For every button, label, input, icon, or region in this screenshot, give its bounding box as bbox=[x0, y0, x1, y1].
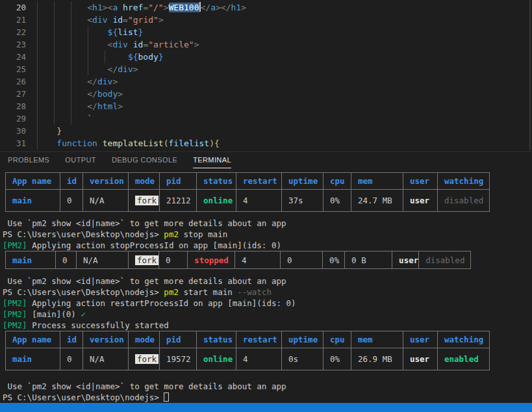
table-row: main0N/Afork0stopped400%0 Buserdisabled bbox=[6, 251, 471, 269]
indent-guide-icon bbox=[71, 88, 71, 100]
table-cell: online bbox=[197, 348, 236, 370]
indent-guide-icon bbox=[88, 26, 88, 38]
indent-guide-icon bbox=[37, 100, 38, 112]
editor-line: 29 ` bbox=[0, 112, 532, 125]
cell-value: 4 bbox=[242, 255, 247, 265]
cell-value: N/A bbox=[83, 255, 98, 265]
line-number: 28 bbox=[0, 100, 26, 112]
cell-value: 21212 bbox=[166, 196, 191, 205]
code-line: ` bbox=[36, 112, 532, 125]
terminal-line: PS C:\Users\user\Desktop\nodejs> bbox=[3, 392, 532, 403]
cell-value: 0 bbox=[67, 354, 72, 364]
table-header-cell: mode bbox=[129, 331, 160, 348]
table-header-cell: App name bbox=[6, 331, 60, 348]
cell-value: 0 bbox=[287, 255, 292, 265]
indent-guide-icon bbox=[54, 88, 55, 100]
table-cell: 4 bbox=[236, 190, 282, 212]
editor-line: 20 <h1><a href="/">WEB100</a></h1> bbox=[0, 1, 532, 14]
table-cell: 21212 bbox=[160, 190, 197, 212]
cell-value: 24.7 MB bbox=[358, 196, 392, 205]
table-cell: fork bbox=[129, 251, 159, 269]
table-cell: 4 bbox=[235, 251, 281, 269]
tab-problems[interactable]: PROBLEMS bbox=[8, 152, 49, 168]
indent-guide-icon bbox=[71, 38, 71, 51]
code-token: h1 bbox=[231, 3, 241, 12]
cell-value: 0 B bbox=[351, 255, 366, 265]
tab-output[interactable]: OUTPUT bbox=[65, 152, 96, 168]
line-number: 26 bbox=[0, 75, 26, 88]
indent-guide-icon bbox=[71, 26, 71, 38]
terminal-line: PS C:\Users\user\Desktop\nodejs> pm2 sta… bbox=[3, 287, 532, 298]
code-token: h1 bbox=[92, 3, 103, 12]
editor-region[interactable]: 20 <h1><a href="/">WEB100</a></h1>21 <di… bbox=[0, 0, 532, 151]
line-number: 30 bbox=[0, 125, 26, 137]
cell-value: 0% bbox=[330, 196, 340, 205]
editor-line: 27 </body> bbox=[0, 88, 532, 100]
terminal-text: Use `pm2 show <id|name>` to get more det… bbox=[3, 276, 286, 286]
code-token: html bbox=[97, 101, 118, 111]
line-number: 20 bbox=[0, 1, 26, 14]
indent-guide-icon bbox=[37, 75, 38, 88]
tab-debug-console[interactable]: DEBUG CONSOLE bbox=[112, 152, 177, 168]
table-cell: 0 bbox=[159, 251, 188, 269]
cell-value: N/A bbox=[90, 196, 105, 205]
table-cell: 19572 bbox=[160, 348, 197, 370]
terminal-text: [main](0) bbox=[27, 309, 81, 319]
cell-value: disabled bbox=[425, 255, 464, 265]
code-line: </div> bbox=[36, 63, 532, 75]
terminal-text: ✓ bbox=[81, 309, 86, 319]
cell-value: 26.9 MB bbox=[358, 354, 392, 364]
table-header-cell: mode bbox=[129, 173, 160, 190]
code-token: ) bbox=[209, 138, 214, 148]
cell-value: main bbox=[12, 255, 32, 265]
cell-value: 37s bbox=[288, 196, 303, 205]
terminal-text: Process successfully started bbox=[27, 320, 169, 330]
table-cell: disabled bbox=[438, 190, 490, 212]
tab-terminal[interactable]: TERMINAL bbox=[193, 152, 231, 168]
code-line: ${list} bbox=[36, 26, 532, 38]
vscode-window: 20 <h1><a href="/">WEB100</a></h1>21 <di… bbox=[0, 0, 532, 412]
code-token: </ bbox=[201, 3, 211, 12]
line-number: 24 bbox=[0, 51, 26, 63]
code-token: < bbox=[87, 3, 92, 12]
editor-scrollbar[interactable] bbox=[529, 0, 531, 150]
table-header-cell: mem bbox=[351, 331, 403, 348]
cell-value: 0 bbox=[62, 255, 68, 265]
indent-guide-icon bbox=[37, 137, 38, 149]
indent-guide-icon bbox=[54, 63, 55, 75]
table-cell: N/A bbox=[83, 190, 129, 212]
terminal-text: [PM2] bbox=[3, 309, 27, 319]
terminal-line: [PM2] [main](0) ✓ bbox=[3, 309, 532, 320]
terminal-text: [PM2] bbox=[3, 240, 27, 250]
cell-value: user bbox=[410, 354, 429, 364]
table-header-cell: status bbox=[197, 173, 236, 190]
line-number: 23 bbox=[0, 38, 26, 51]
table-cell: 37s bbox=[282, 190, 323, 212]
table-cell: main bbox=[6, 251, 56, 269]
code-token: } bbox=[57, 126, 62, 136]
code-token: </ bbox=[221, 3, 231, 12]
terminal-region[interactable]: App nameidversionmodepidstatusrestartupt… bbox=[0, 168, 532, 403]
code-token: "/" bbox=[148, 3, 163, 12]
code-line: <div id="grid"> bbox=[36, 14, 532, 26]
table-header-cell: cpu bbox=[323, 173, 351, 190]
code-token: "grid" bbox=[128, 15, 158, 25]
indent-guide-icon bbox=[37, 125, 38, 137]
line-number: 22 bbox=[0, 26, 26, 38]
table-row: main0N/Afork21212online437s0%24.7 MBuser… bbox=[6, 190, 490, 212]
indent-guide-icon bbox=[54, 38, 55, 51]
line-number: 21 bbox=[0, 14, 26, 26]
indent-guide-icon bbox=[37, 88, 38, 100]
table-cell: 24.7 MB bbox=[351, 190, 403, 212]
code-token: ${ bbox=[128, 52, 138, 62]
indent-guide-icon bbox=[54, 14, 55, 26]
cell-value: main bbox=[12, 354, 32, 364]
code-token: > bbox=[241, 3, 246, 12]
terminal-text: [PM2] bbox=[3, 298, 27, 308]
terminal-text: Use `pm2 show <id|name>` to get more det… bbox=[3, 381, 286, 391]
indent-guide-icon bbox=[37, 51, 38, 63]
indent-guide-icon bbox=[71, 100, 71, 112]
code-line: ${body} bbox=[36, 51, 532, 63]
code-token: > bbox=[103, 3, 108, 12]
editor-line: 21 <div id="grid"> bbox=[0, 14, 532, 26]
